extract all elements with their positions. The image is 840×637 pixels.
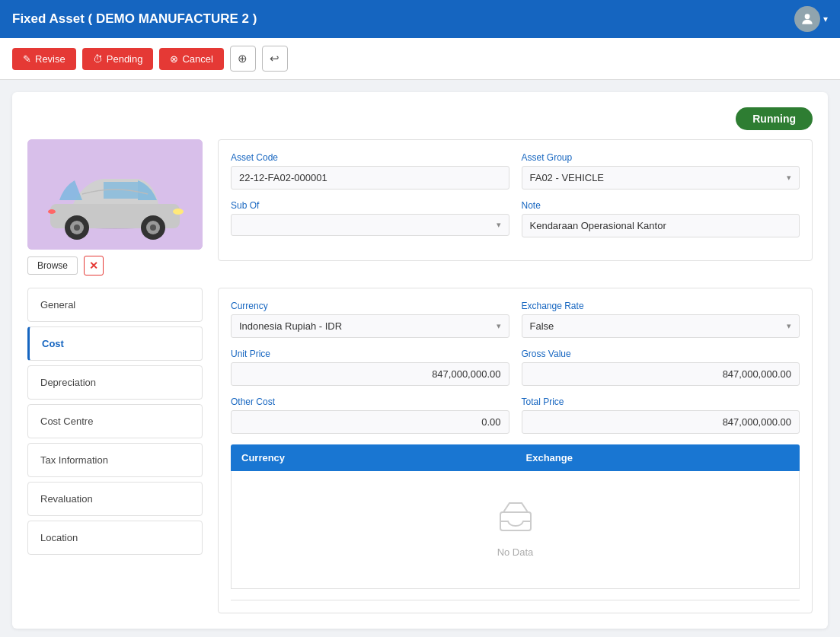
unit-price-group: Unit Price [231, 349, 509, 386]
pending-button[interactable]: ⏱ Pending [82, 48, 154, 70]
subof-label: Sub Of [231, 200, 509, 211]
no-data-label: No Data [497, 546, 534, 558]
asset-top-section: Browse ✕ Asset Code Asset Group [27, 139, 813, 276]
asset-form-area: Asset Code Asset Group FA02 - VEHICLE ▾ [218, 139, 813, 261]
unit-price-input[interactable] [231, 362, 509, 386]
svg-point-9 [150, 225, 156, 231]
gross-value-label: Gross Value [522, 349, 800, 359]
remove-image-button[interactable]: ✕ [84, 256, 104, 276]
header: Fixed Asset ( DEMO MANUFACTURE 2 ) ▾ [0, 0, 840, 38]
total-price-input[interactable] [522, 410, 800, 434]
cost-panel: Currency Indonesia Rupiah - IDR ▾ Exchan… [203, 288, 813, 613]
total-price-group: Total Price [522, 397, 800, 434]
currency-table-col2: Exchange [516, 444, 800, 471]
cost-row-2: Unit Price Gross Value [231, 349, 800, 386]
image-buttons: Browse ✕ [27, 256, 203, 276]
currency-table-col1: Currency [231, 444, 516, 471]
asset-code-group: Asset Code [231, 152, 509, 190]
subof-chevron-icon: ▾ [497, 220, 501, 230]
svg-point-11 [48, 209, 56, 214]
note-input[interactable] [522, 214, 800, 237]
subof-group: Sub Of ▾ [231, 200, 509, 237]
asset-group-select[interactable]: FA02 - VEHICLE ▾ [522, 166, 800, 190]
asset-image-area: Browse ✕ [27, 139, 203, 276]
exchange-rate-value: False [530, 320, 554, 332]
cancel-button[interactable]: ⊗ Cancel [159, 48, 223, 70]
browse-button[interactable]: Browse [27, 256, 78, 275]
main-card: Running [12, 92, 828, 629]
sidebar-item-cost-centre[interactable]: Cost Centre [27, 404, 203, 438]
currency-group: Currency Indonesia Rupiah - IDR ▾ [231, 301, 509, 338]
cancel-icon: ⊗ [170, 53, 178, 65]
sidebar-item-general[interactable]: General [27, 288, 203, 322]
svg-point-6 [74, 225, 80, 231]
back-button[interactable]: ↩ [262, 46, 288, 72]
form-row-1: Asset Code Asset Group FA02 - VEHICLE ▾ [231, 152, 800, 190]
exchange-rate-chevron-icon: ▾ [787, 321, 791, 331]
exchange-rate-group: Exchange Rate False ▾ [522, 301, 800, 338]
asset-image [27, 139, 203, 250]
add-button[interactable]: ⊕ [230, 46, 256, 72]
sidebar-item-depreciation[interactable]: Depreciation [27, 365, 203, 400]
asset-code-label: Asset Code [231, 152, 509, 163]
asset-group-label: Asset Group [522, 152, 800, 163]
sidebar-item-tax-information[interactable]: Tax Information [27, 443, 203, 477]
sidebar-item-cost[interactable]: Cost [27, 326, 203, 361]
gross-value-group: Gross Value [522, 349, 800, 386]
sidebar-item-revaluation[interactable]: Revaluation [27, 482, 203, 516]
status-row: Running [27, 107, 813, 130]
exchange-rate-select[interactable]: False ▾ [522, 314, 800, 338]
no-data-area: No Data [231, 471, 800, 589]
header-chevron-icon[interactable]: ▾ [823, 14, 828, 24]
add-icon: ⊕ [238, 52, 248, 65]
bottom-divider [231, 600, 800, 600]
toolbar: ✎ Revise ⏱ Pending ⊗ Cancel ⊕ ↩ [0, 38, 840, 80]
svg-point-0 [805, 14, 810, 19]
svg-point-10 [173, 209, 184, 215]
asset-group-group: Asset Group FA02 - VEHICLE ▾ [522, 152, 800, 190]
main-content: Running [0, 80, 840, 637]
currency-table: Currency Exchange [231, 444, 800, 589]
revise-button[interactable]: ✎ Revise [12, 48, 76, 70]
currency-table-header: Currency Exchange [231, 444, 800, 471]
cost-row-1: Currency Indonesia Rupiah - IDR ▾ Exchan… [231, 301, 800, 338]
cost-form: Currency Indonesia Rupiah - IDR ▾ Exchan… [218, 288, 813, 613]
currency-value: Indonesia Rupiah - IDR [239, 320, 342, 332]
other-cost-group: Other Cost [231, 397, 509, 434]
unit-price-label: Unit Price [231, 349, 509, 359]
other-cost-input[interactable] [231, 410, 509, 434]
content-layout: General Cost Depreciation Cost Centre Ta… [27, 288, 813, 613]
revise-icon: ✎ [23, 53, 31, 65]
asset-group-chevron-icon: ▾ [787, 173, 791, 183]
currency-label: Currency [231, 301, 509, 311]
form-row-2: Sub Of ▾ Note [231, 200, 800, 237]
note-label: Note [522, 200, 800, 211]
subof-select[interactable]: ▾ [231, 214, 509, 236]
asset-code-input[interactable] [231, 166, 509, 190]
total-price-label: Total Price [522, 397, 800, 407]
page-title: Fixed Asset ( DEMO MANUFACTURE 2 ) [12, 11, 257, 27]
gross-value-input[interactable] [522, 362, 800, 386]
status-badge: Running [736, 107, 813, 130]
currency-select[interactable]: Indonesia Rupiah - IDR ▾ [231, 314, 509, 338]
sidebar: General Cost Depreciation Cost Centre Ta… [27, 288, 203, 613]
remove-icon: ✕ [89, 260, 98, 272]
avatar[interactable] [794, 6, 820, 32]
back-icon: ↩ [270, 52, 279, 65]
note-group: Note [522, 200, 800, 237]
header-right: ▾ [794, 6, 828, 32]
asset-group-value: FA02 - VEHICLE [530, 172, 605, 183]
no-data-icon [499, 502, 532, 539]
other-cost-label: Other Cost [231, 397, 509, 407]
sidebar-item-location[interactable]: Location [27, 521, 203, 555]
cost-row-3: Other Cost Total Price [231, 397, 800, 434]
pending-icon: ⏱ [93, 53, 103, 65]
exchange-rate-label: Exchange Rate [522, 301, 800, 311]
currency-chevron-icon: ▾ [497, 321, 501, 331]
